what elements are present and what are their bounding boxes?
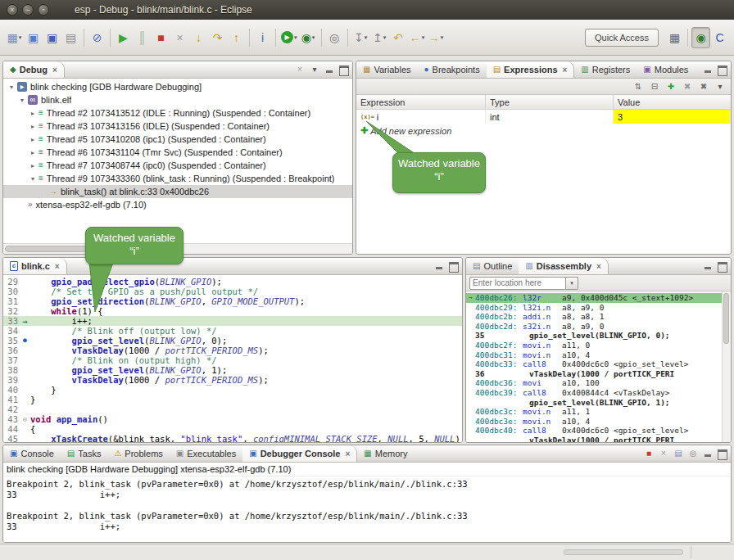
code-line[interactable]: 29 gpio_pad_select_gpio(BLINK_GPIO);: [3, 277, 462, 287]
debug-tree-item[interactable]: ▸≡Thread #2 1073413512 (IDLE : Running) …: [3, 106, 352, 120]
code-line[interactable]: 38 gpio_set_level(BLINK_GPIO, 1);: [3, 365, 462, 375]
code-line[interactable]: 37 /* Blink on (output high) */: [3, 355, 462, 365]
forward-icon[interactable]: →▾: [427, 27, 446, 48]
minimize-view-icon[interactable]: [702, 64, 714, 75]
search-icon[interactable]: ◎: [325, 27, 344, 48]
pin-console-icon[interactable]: ◎: [686, 447, 700, 460]
debug-tab-debug[interactable]: ◆Debug×: [3, 61, 65, 78]
add-expression-icon[interactable]: ✚: [664, 79, 678, 93]
expressions-tab-expressions[interactable]: ▤Expressions×: [487, 61, 575, 78]
suspend-icon[interactable]: ║: [133, 27, 152, 48]
disassembly-row[interactable]: 400dbc2d:s32i.na8, a9, 0: [466, 322, 722, 332]
disassembly-row[interactable]: vTaskDelay(1000 / portTICK_PERI: [466, 436, 722, 442]
close-tab-icon[interactable]: ×: [563, 65, 568, 75]
collapse-all-icon[interactable]: ⊟: [647, 79, 662, 93]
console-tab-problems[interactable]: ⚠Problems: [107, 445, 169, 462]
disassembly-tab-disassembly[interactable]: ▥Disassembly×: [519, 258, 609, 274]
console-tab-tasks[interactable]: ▤Tasks: [61, 445, 108, 462]
tree-expander-icon[interactable]: ▾: [17, 97, 27, 104]
close-tab-icon[interactable]: ×: [52, 65, 57, 75]
close-tab-icon[interactable]: ×: [345, 449, 350, 458]
code-line[interactable]: 40 }: [3, 385, 462, 395]
disassembly-vertical-scrollbar[interactable]: [722, 291, 731, 442]
disassembly-row[interactable]: 400dbc39:call80x400844c4 <vTaskDelay>: [466, 388, 722, 398]
print-icon[interactable]: ▤: [61, 27, 80, 48]
debug-tree-item[interactable]: ▸≡Thread #3 1073413156 (IDLE) (Suspended…: [3, 120, 352, 133]
code-line[interactable]: 32 while(1) {: [3, 306, 462, 316]
quick-access-button[interactable]: Quick Access: [585, 29, 659, 47]
location-input[interactable]: [469, 277, 566, 290]
resume-icon[interactable]: ▶: [114, 27, 133, 48]
maximize-view-icon[interactable]: [716, 260, 727, 272]
expressions-tab-variables[interactable]: ▦Variables: [356, 61, 418, 78]
open-perspective-icon[interactable]: ▦: [665, 27, 684, 48]
disassembly-row[interactable]: 400dbc33:call80x400dc6c0 <gpio_set_level…: [466, 359, 722, 369]
debug-view-menu-icon[interactable]: ▾: [308, 63, 321, 76]
back-icon[interactable]: ←▾: [408, 27, 427, 48]
code-line[interactable]: 36 vTaskDelay(1000 / portTICK_PERIOD_MS)…: [3, 345, 462, 355]
minimize-view-icon[interactable]: [702, 448, 714, 459]
previous-annotation-icon[interactable]: ↥▾: [370, 27, 389, 48]
debug-tree-item[interactable]: ▾01blink.elf: [3, 93, 352, 106]
code-line[interactable]: 33→ i++;: [3, 316, 462, 326]
debug-tree-item[interactable]: ▾▶blink checking [GDB Hardware Debugging…: [3, 80, 352, 93]
tree-expander-icon[interactable]: ▸: [28, 162, 38, 169]
code-line[interactable]: 43⊖void app_main(): [3, 414, 462, 424]
expressions-tab-breakpoints[interactable]: ●Breakpoints: [418, 61, 487, 78]
window-minimize-button[interactable]: –: [22, 4, 34, 16]
splitter-handle[interactable]: [564, 549, 683, 555]
expressions-tab-registers[interactable]: ▥Registers: [574, 61, 637, 78]
window-close-button[interactable]: ×: [7, 4, 18, 16]
disassembly-row[interactable]: 400dbc3c:movi.na11, 1: [466, 407, 722, 417]
breakpoint-icon[interactable]: ●: [20, 336, 30, 345]
tree-expander-icon[interactable]: ▸: [28, 110, 38, 117]
console-tab-memory[interactable]: ▦Memory: [357, 445, 414, 462]
maximize-view-icon[interactable]: [716, 448, 727, 459]
console-tab-executables[interactable]: ▣Executables: [170, 445, 242, 462]
scrollbar-thumb[interactable]: [723, 293, 729, 344]
code-line[interactable]: 30 /* Set the GPIO as a push/pull output…: [3, 287, 462, 296]
column-header-type[interactable]: Type: [486, 95, 614, 109]
editor-code[interactable]: 29 gpio_pad_select_gpio(BLINK_GPIO);30 /…: [3, 275, 462, 442]
remove-all-terminated-icon[interactable]: ×: [293, 63, 306, 76]
code-line[interactable]: 42: [3, 404, 462, 414]
instruction-stepping-icon[interactable]: i: [253, 27, 272, 48]
fold-collapse-icon[interactable]: ⊖: [20, 414, 30, 424]
show-type-names-icon[interactable]: ⇅: [631, 79, 646, 93]
debug-perspective-icon[interactable]: ◉: [691, 27, 710, 48]
new-wizard-icon[interactable]: ▦▾: [5, 27, 24, 48]
maximize-view-icon[interactable]: [447, 260, 459, 272]
column-header-expression[interactable]: Expression: [356, 95, 486, 109]
expression-name-cell[interactable]: (x)= i: [356, 110, 486, 124]
disassembly-row[interactable]: 400dbc40:call80x400dc6c0 <gpio_set_level…: [466, 426, 722, 436]
step-into-icon[interactable]: ↓: [189, 27, 208, 48]
clear-console-icon[interactable]: ▤: [672, 447, 685, 460]
c-cpp-perspective-icon[interactable]: C: [710, 27, 729, 48]
save-icon[interactable]: ▣: [24, 27, 43, 48]
minimize-view-icon[interactable]: [702, 260, 714, 272]
step-return-icon[interactable]: ↑: [227, 27, 246, 48]
save-all-icon[interactable]: ▣: [43, 27, 61, 48]
disassembly-rows[interactable]: →400dbc26:l32ra9, 0x400d045c <_stext+109…: [466, 291, 722, 442]
tree-expander-icon[interactable]: ▾: [28, 175, 38, 183]
tree-expander-icon[interactable]: ▾: [7, 84, 16, 91]
disconnect-icon[interactable]: ×: [170, 27, 189, 48]
skip-all-breakpoints-icon[interactable]: ⊘: [88, 27, 106, 48]
code-line[interactable]: 45 xTaskCreate(&blink_task, "blink_task"…: [3, 434, 462, 442]
step-over-icon[interactable]: ↷: [208, 27, 227, 48]
console-lines[interactable]: Breakpoint 2, blink_task (pvParameter=0x…: [3, 476, 731, 535]
remove-expression-icon[interactable]: ✖: [680, 79, 695, 93]
maximize-view-icon[interactable]: [338, 64, 349, 75]
maximize-view-icon[interactable]: [716, 64, 727, 75]
disassembly-row[interactable]: 400dbc29:l32i.na8, a9, 0: [466, 303, 722, 313]
disassembly-row[interactable]: gpio_set_level(BLINK_GPIO, 1);: [466, 398, 722, 408]
editor-tab-blink-c[interactable]: cblink.c×: [3, 258, 67, 274]
remove-launch-icon[interactable]: ×: [657, 447, 670, 460]
debug-tree-item[interactable]: ▸≡Thread #6 1073431104 (Tmr Svc) (Suspen…: [3, 146, 352, 159]
console-tab-console[interactable]: ▣Console: [3, 445, 61, 462]
add-expression-cell[interactable]: ✚ Add new expression: [356, 124, 486, 138]
tree-expander-icon[interactable]: ▸: [28, 149, 38, 156]
window-maximize-button[interactable]: ▫: [38, 4, 49, 16]
run-icon[interactable]: ▶▾: [279, 27, 299, 48]
disassembly-tab-outline[interactable]: ▤Outline: [466, 258, 519, 274]
